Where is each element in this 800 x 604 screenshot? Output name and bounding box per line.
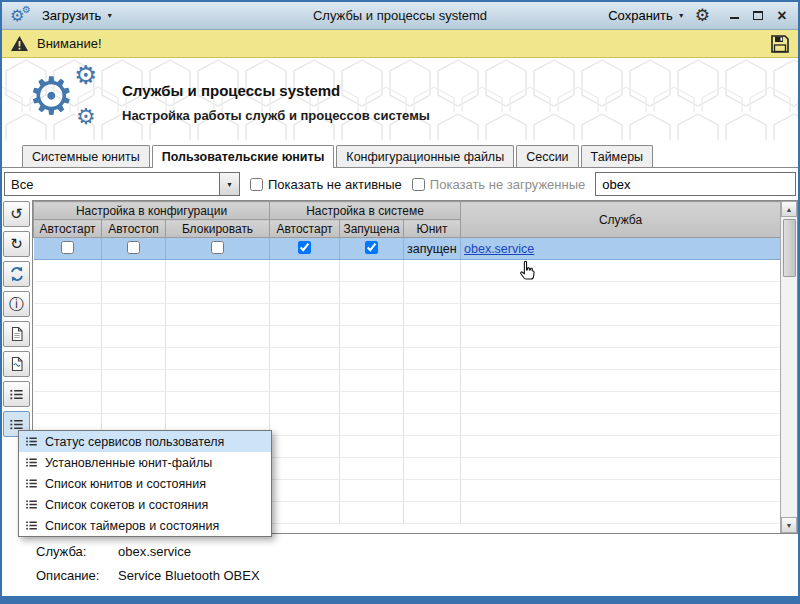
save-menu-button[interactable]: Сохранить ▼: [608, 8, 685, 23]
tab-sessions[interactable]: Сессии: [516, 145, 578, 167]
info-icon: ⓘ: [9, 295, 24, 314]
column-header: Автостоп: [102, 220, 166, 238]
detail-panel: Служба: obex.service Описание: Service B…: [2, 534, 798, 596]
list-button[interactable]: [3, 381, 30, 407]
reload-button[interactable]: ↻: [3, 231, 30, 257]
close-button[interactable]: ×: [774, 8, 790, 24]
column-header-service: Служба: [461, 202, 781, 238]
settings-gear-button[interactable]: ⚙: [695, 7, 710, 24]
table-row[interactable]: запущен obex.service: [34, 238, 781, 260]
list-icon: [25, 477, 38, 490]
description-value: Service Bluetooth OBEX: [118, 568, 260, 583]
app-window: ⚙⚙ Загрузить ▼ Службы и процессы systemd…: [0, 0, 800, 604]
table-row: [34, 304, 781, 326]
unit-filter-value: Все: [11, 177, 33, 192]
tab-config-files[interactable]: Конфигурационные файлы: [336, 145, 514, 167]
page-subtitle: Настройка работы служб и процессов систе…: [122, 108, 430, 123]
show-unloaded-label: Показать не загруженные: [430, 177, 585, 192]
warning-text: Внимание!: [37, 36, 102, 51]
titlebar: ⚙⚙ Загрузить ▼ Службы и процессы systemd…: [2, 2, 798, 30]
show-inactive-label: Показать не активные: [268, 177, 402, 192]
show-unloaded-option[interactable]: Показать не загруженные: [412, 177, 585, 192]
vertical-scrollbar: ▲ ▼: [780, 201, 797, 533]
document-icon: [9, 326, 25, 342]
page-title: Службы и процессы systemd: [122, 82, 430, 99]
search-input[interactable]: [595, 172, 796, 196]
show-inactive-checkbox[interactable]: [250, 178, 263, 191]
tab-system-units[interactable]: Системные юниты: [22, 145, 150, 167]
hero-header: ⚙ ⚙ ⚙ Службы и процессы systemd Настройк…: [2, 58, 798, 140]
column-header: Запущена: [340, 220, 404, 238]
journal-icon: [9, 356, 25, 372]
history-button[interactable]: ↺: [3, 201, 30, 227]
table-row: [34, 282, 781, 304]
group-header-config: Настройка в конфигурации: [34, 202, 270, 220]
service-value: obex.service: [118, 544, 191, 559]
description-label: Описание:: [36, 568, 118, 583]
main-area: ↺ ↻ ⓘ: [2, 200, 798, 534]
tab-user-units[interactable]: Пользовательские юниты: [152, 145, 335, 168]
column-header: Автостарт: [270, 220, 340, 238]
load-menu-button[interactable]: Загрузить ▼: [42, 8, 113, 23]
table-row: [34, 348, 781, 370]
load-menu-label: Загрузить: [42, 8, 101, 23]
show-inactive-option[interactable]: Показать не активные: [250, 177, 402, 192]
unit-filter-select[interactable]: Все ▼: [4, 172, 240, 196]
autostart-config-checkbox[interactable]: [61, 241, 74, 254]
chevron-down-icon: ▼: [106, 12, 113, 19]
autostop-checkbox[interactable]: [127, 241, 140, 254]
table-row: [34, 260, 781, 282]
warning-icon: [10, 35, 29, 52]
chevron-down-icon: ▼: [678, 12, 685, 19]
undo-icon: ↺: [10, 205, 23, 223]
block-checkbox[interactable]: [211, 241, 224, 254]
sync-icon: [9, 266, 25, 282]
show-unloaded-checkbox[interactable]: [412, 178, 425, 191]
table-row: [34, 370, 781, 392]
redo-icon: ↻: [10, 235, 23, 253]
menu-item-units-and-states[interactable]: Список юнитов и состояния: [19, 473, 271, 494]
menu-item-sockets-and-states[interactable]: Список сокетов и состояния: [19, 494, 271, 515]
service-link[interactable]: obex.service: [464, 242, 534, 256]
chevron-down-icon: ▼: [226, 181, 233, 188]
minimize-button[interactable]: [726, 8, 742, 24]
autostart-system-checkbox[interactable]: [298, 241, 311, 254]
column-header: Автостарт: [34, 220, 102, 238]
column-header: Юнит: [404, 220, 461, 238]
combo-dropdown-button[interactable]: ▼: [219, 173, 239, 195]
service-label: Служба:: [36, 544, 118, 559]
hand-cursor-icon: [515, 259, 537, 283]
status-popup-menu: Статус сервисов пользователя Установленн…: [18, 430, 272, 537]
maximize-button[interactable]: [750, 8, 766, 24]
table-row: [34, 326, 781, 348]
file-button[interactable]: [3, 321, 30, 347]
list-icon: [25, 435, 38, 448]
sync-button[interactable]: [3, 261, 30, 287]
unit-state-cell: запущен: [404, 238, 461, 260]
menu-item-user-services-status[interactable]: Статус сервисов пользователя: [19, 431, 271, 452]
scroll-down-button[interactable]: ▼: [781, 517, 797, 533]
save-menu-label: Сохранить: [608, 8, 673, 23]
save-file-button[interactable]: [770, 34, 790, 54]
info-button[interactable]: ⓘ: [3, 291, 30, 317]
running-checkbox[interactable]: [365, 241, 378, 254]
group-header-system: Настройка в системе: [270, 202, 461, 220]
menu-item-timers-and-states[interactable]: Список таймеров и состояния: [19, 515, 271, 536]
scroll-up-button[interactable]: ▲: [781, 201, 797, 217]
minimize-icon: [730, 12, 739, 19]
scrollbar-thumb[interactable]: [783, 219, 796, 277]
filter-row: Все ▼ Показать не активные Показать не з…: [2, 168, 798, 200]
column-header: Блокировать: [166, 220, 270, 238]
tab-bar: Системные юниты Пользовательские юниты К…: [2, 140, 798, 168]
warning-bar: Внимание!: [2, 30, 798, 58]
table-row: [34, 392, 781, 414]
list-icon: [9, 387, 24, 402]
journal-button[interactable]: [3, 351, 30, 377]
tab-timers[interactable]: Таймеры: [581, 145, 654, 167]
close-icon: ×: [777, 8, 786, 24]
app-gears-icon: ⚙⚙: [10, 8, 34, 24]
menu-item-installed-unit-files[interactable]: Установленные юнит-файлы: [19, 452, 271, 473]
maximize-icon: [753, 11, 763, 20]
gears-graphic: ⚙ ⚙ ⚙: [28, 64, 120, 136]
list-icon: [25, 519, 38, 532]
